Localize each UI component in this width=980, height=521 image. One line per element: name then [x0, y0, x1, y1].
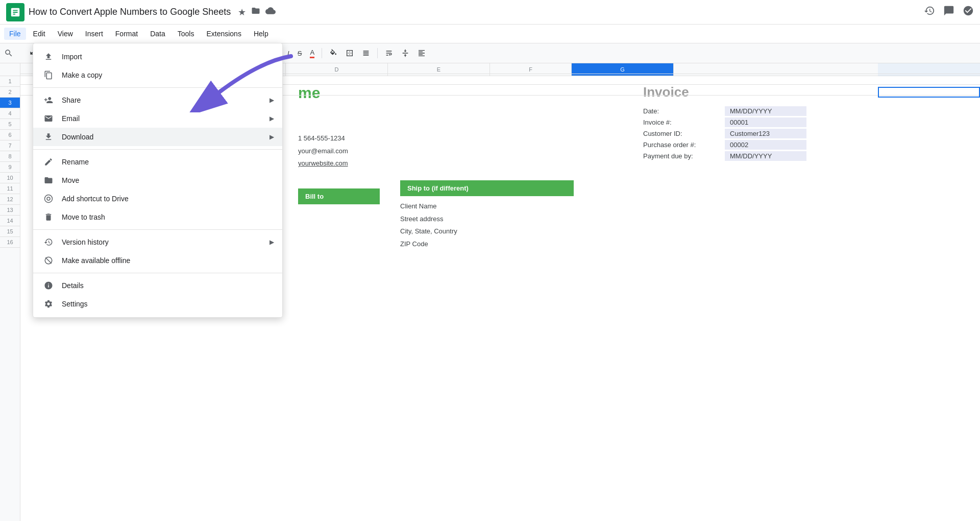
street-address: Street address — [400, 213, 574, 226]
row-num-12: 12 — [0, 194, 20, 205]
menu-item-move[interactable]: Move — [33, 171, 282, 190]
email-arrow: ▶ — [270, 115, 274, 122]
folder-icon[interactable] — [251, 6, 260, 18]
cloud-icon — [265, 6, 276, 18]
copy-icon — [43, 70, 54, 80]
row-num-11: 11 — [0, 183, 20, 194]
selected-cell-indicator — [878, 87, 980, 98]
menu-extensions[interactable]: Extensions — [201, 28, 246, 40]
share-arrow: ▶ — [270, 97, 274, 104]
svg-line-3 — [45, 257, 52, 264]
doc-title: How to Convert Apple Numbers to Google S… — [29, 7, 231, 17]
phone: 1 564-555-1234 — [298, 132, 623, 145]
ship-to-bar: Ship to (if different) — [400, 180, 574, 196]
version-history-label: Version history — [62, 238, 109, 246]
history-icon[interactable] — [924, 5, 935, 19]
settings-label: Settings — [62, 300, 88, 308]
make-copy-label: Make a copy — [62, 71, 102, 79]
divider-2 — [33, 149, 282, 150]
menu-view[interactable]: View — [53, 28, 78, 40]
menu-item-share[interactable]: Share ▶ — [33, 91, 282, 109]
add-shortcut-icon — [43, 194, 54, 204]
version-history-arrow: ▶ — [270, 239, 274, 246]
fill-color-btn[interactable] — [326, 48, 340, 59]
svg-point-0 — [45, 195, 53, 203]
rename-icon — [43, 157, 54, 167]
ship-address: Client Name Street address City, State, … — [400, 200, 574, 251]
menu-help[interactable]: Help — [249, 28, 274, 40]
download-label: Download — [62, 133, 93, 141]
row-num-14: 14 — [0, 216, 20, 226]
menu-item-offline[interactable]: Make available offline — [33, 251, 282, 270]
city-state: City, State, Country — [400, 225, 574, 238]
italic-btn[interactable]: I — [284, 48, 292, 59]
menu-edit[interactable]: Edit — [28, 28, 51, 40]
payment-due-row: Payment due by: MM/DD/YYYY — [643, 151, 968, 161]
divider-4 — [33, 273, 282, 273]
email: your@email.com — [298, 145, 623, 158]
ship-to-section: Ship to (if different) Client Name Stree… — [400, 180, 574, 251]
move-label: Move — [62, 176, 79, 184]
row-num-13: 13 — [0, 205, 20, 216]
customer-id-row: Customer ID: Customer123 — [643, 129, 968, 138]
invoice-left: me 1 564-555-1234 your@email.com yourweb… — [298, 84, 623, 170]
top-bar-right — [924, 5, 974, 19]
bill-to-bar: Bill to — [298, 188, 380, 204]
ship-bill-area: Bill to Ship to (if different) Client Na… — [298, 180, 968, 251]
row-num-10: 10 — [0, 173, 20, 183]
share-label: Share — [62, 96, 81, 104]
menu-item-trash[interactable]: Move to trash — [33, 208, 282, 226]
menu-item-import[interactable]: Import — [33, 48, 282, 66]
text-color-btn[interactable]: A — [307, 47, 317, 60]
star-icon[interactable]: ★ — [238, 7, 246, 18]
date-row: Date: MM/DD/YYYY — [643, 106, 968, 116]
menu-item-make-copy[interactable]: Make a copy — [33, 66, 282, 84]
menu-item-rename[interactable]: Rename — [33, 153, 282, 171]
menu-data[interactable]: Data — [145, 28, 170, 40]
menu-item-email[interactable]: Email ▶ — [33, 109, 282, 128]
search-btn[interactable] — [4, 46, 22, 60]
valign-btn[interactable] — [398, 48, 412, 59]
strikethrough-btn[interactable]: S — [295, 48, 305, 59]
row-num-2: 2 — [0, 87, 20, 98]
row-num-5: 5 — [0, 119, 20, 130]
align-btn[interactable] — [414, 48, 429, 59]
svg-point-1 — [47, 197, 50, 200]
row-num-header — [0, 63, 20, 76]
row-num-9: 9 — [0, 162, 20, 173]
title-icons: ★ — [238, 6, 276, 18]
top-bar: How to Convert Apple Numbers to Google S… — [0, 0, 980, 25]
menu-file[interactable]: File — [4, 28, 26, 40]
text-wrap-btn[interactable] — [382, 48, 396, 59]
menu-format[interactable]: Format — [110, 28, 143, 40]
menu-insert[interactable]: Insert — [80, 28, 108, 40]
trash-icon — [43, 212, 54, 222]
contact-info: 1 564-555-1234 your@email.com yourwebsit… — [298, 132, 623, 170]
account-icon[interactable] — [963, 5, 974, 19]
row-numbers: 1 2 3 4 5 6 7 8 9 10 11 12 13 14 15 16 — [0, 63, 20, 521]
import-icon — [43, 52, 54, 62]
divider-1 — [33, 87, 282, 88]
menu-bar: File Edit View Insert Format Data Tools … — [0, 25, 980, 43]
comments-icon[interactable] — [943, 5, 954, 19]
app-icon[interactable] — [6, 3, 24, 21]
menu-item-add-shortcut[interactable]: Add shortcut to Drive — [33, 190, 282, 208]
borders-btn[interactable] — [342, 48, 357, 59]
row-num-3: 3 — [0, 98, 20, 108]
move-icon — [43, 175, 54, 185]
menu-tools[interactable]: Tools — [173, 28, 200, 40]
rename-label: Rename — [62, 158, 89, 166]
row-num-16: 16 — [0, 237, 20, 248]
download-icon — [43, 132, 54, 142]
menu-item-version-history[interactable]: Version history ▶ — [33, 233, 282, 251]
move-to-trash-label: Move to trash — [62, 213, 105, 221]
merge-btn[interactable] — [359, 48, 373, 59]
menu-item-details[interactable]: Details — [33, 276, 282, 295]
row-num-7: 7 — [0, 140, 20, 151]
divider-7 — [377, 48, 378, 58]
row-num-15: 15 — [0, 226, 20, 237]
menu-item-download[interactable]: Download ▶ — [33, 128, 282, 146]
divider-3 — [33, 229, 282, 230]
menu-item-settings[interactable]: Settings — [33, 295, 282, 313]
purchase-order-row: Purchase order #: 00002 — [643, 140, 968, 150]
